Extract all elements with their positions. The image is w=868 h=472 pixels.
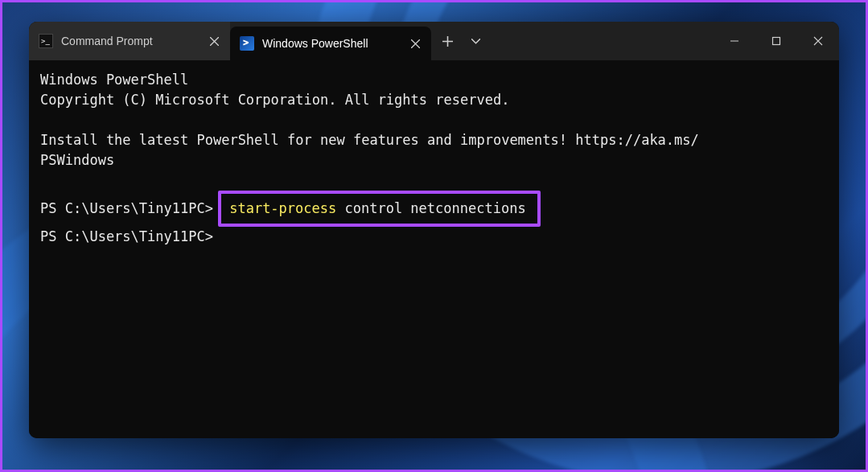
- maximize-icon: [771, 36, 781, 46]
- tab-powershell[interactable]: Windows PowerShell: [230, 27, 431, 60]
- minimize-button[interactable]: [714, 22, 755, 60]
- banner-line: Windows PowerShell: [40, 70, 828, 90]
- maximize-button[interactable]: [755, 22, 797, 60]
- command-prompt-icon: [39, 34, 53, 48]
- cmdlet: start-process: [229, 200, 336, 216]
- terminal-window: Command Prompt Windows PowerShell: [29, 22, 839, 438]
- tab-label: Command Prompt: [61, 35, 153, 47]
- tab-command-prompt[interactable]: Command Prompt: [29, 22, 230, 60]
- close-icon: [210, 37, 219, 46]
- close-tab-button[interactable]: [208, 35, 220, 47]
- powershell-icon: [240, 36, 254, 51]
- new-tab-button[interactable]: [431, 22, 463, 60]
- terminal-body[interactable]: Windows PowerShellCopyright (C) Microsof…: [29, 60, 839, 438]
- window-controls: [714, 22, 839, 60]
- prompt-line-2: PS C:\Users\Tiny11PC>: [40, 227, 828, 247]
- install-message: Install the latest PowerShell for new fe…: [40, 130, 828, 150]
- svg-rect-0: [773, 38, 780, 45]
- prompt-path: PS C:\Users\Tiny11PC>: [40, 228, 213, 244]
- banner-line: Copyright (C) Microsoft Corporation. All…: [40, 90, 828, 110]
- close-icon: [411, 39, 420, 48]
- install-message: PSWindows: [40, 150, 828, 170]
- prompt-line-1: PS C:\Users\Tiny11PC> start-process cont…: [40, 191, 828, 227]
- plus-icon: [442, 36, 453, 47]
- command-highlight: start-process control netconnections: [218, 191, 540, 227]
- command-args: control netconnections: [336, 200, 525, 216]
- close-icon: [813, 36, 823, 46]
- tab-dropdown-button[interactable]: [463, 22, 487, 60]
- tab-label: Windows PowerShell: [262, 37, 368, 50]
- close-window-button[interactable]: [797, 22, 839, 60]
- chevron-down-icon: [471, 39, 480, 44]
- tab-actions: [431, 22, 487, 60]
- close-tab-button[interactable]: [409, 37, 422, 50]
- minimize-icon: [730, 36, 739, 46]
- titlebar[interactable]: Command Prompt Windows PowerShell: [29, 22, 839, 60]
- prompt-path: PS C:\Users\Tiny11PC>: [40, 200, 213, 216]
